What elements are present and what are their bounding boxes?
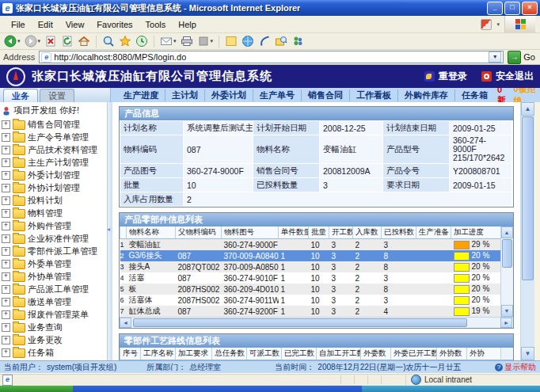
tab-settings[interactable]: 设置 bbox=[40, 89, 74, 102]
expand-icon[interactable]: + bbox=[2, 158, 10, 167]
expand-icon[interactable]: + bbox=[2, 133, 10, 142]
scroll-down-icon[interactable]: ▼ bbox=[501, 360, 513, 360]
logout-button[interactable]: 安全退出 bbox=[481, 70, 534, 83]
column-header[interactable]: 序号 bbox=[120, 348, 141, 360]
top-menu-item[interactable]: 外购件库存 bbox=[397, 89, 454, 101]
scroll-thumb[interactable] bbox=[502, 239, 512, 268]
media-button[interactable] bbox=[258, 35, 271, 48]
tree-folder-item[interactable]: + 零部件派工单管理 bbox=[0, 245, 107, 257]
tree-folder-item[interactable]: + 投料计划 bbox=[0, 194, 107, 207]
tree-folder-item[interactable]: + 物料管理 bbox=[0, 207, 107, 219]
column-header[interactable]: 批量 bbox=[309, 226, 329, 239]
table-row[interactable]: 1总装按图组装10205300 bbox=[120, 360, 500, 361]
tree-folder-item[interactable]: + 外协单管理 bbox=[0, 270, 107, 283]
menu-item[interactable]: Help bbox=[172, 18, 203, 31]
scroll-left-icon[interactable]: ◄ bbox=[120, 318, 131, 328]
expand-icon[interactable]: + bbox=[2, 184, 10, 192]
address-dropdown-icon[interactable]: ▼ bbox=[489, 51, 501, 63]
column-header[interactable]: 物料名称 bbox=[127, 226, 176, 239]
tree-folder-item[interactable]: + 生产令号单管理 bbox=[0, 131, 107, 143]
expand-icon[interactable]: + bbox=[2, 272, 10, 281]
expand-icon[interactable]: + bbox=[2, 222, 10, 230]
scroll-down-icon[interactable]: ▼ bbox=[521, 347, 534, 360]
expand-icon[interactable]: + bbox=[2, 336, 10, 344]
start-button[interactable] bbox=[0, 386, 73, 392]
addon-dropdown-icon[interactable]: ▾ bbox=[496, 21, 500, 28]
column-header[interactable]: 入库数 bbox=[353, 226, 382, 239]
top-menu-item[interactable]: 销售合同 bbox=[301, 89, 349, 101]
scroll-right-icon[interactable]: ► bbox=[500, 318, 512, 328]
column-header[interactable]: 物料图号 bbox=[222, 226, 279, 239]
menu-item[interactable]: Edit bbox=[32, 18, 59, 31]
expand-icon[interactable]: + bbox=[2, 247, 10, 256]
sidebar-splitter[interactable]: ◂ bbox=[108, 102, 112, 360]
scroll-down-icon[interactable]: ▼ bbox=[501, 305, 513, 317]
taskbar-window-button[interactable] bbox=[362, 386, 540, 392]
top-menu-item[interactable]: 生产进度 bbox=[117, 89, 165, 101]
parts-vertical-scrollbar[interactable]: ▲▼ bbox=[500, 226, 513, 317]
mail-button[interactable]: ▾ bbox=[160, 35, 177, 48]
page-vertical-scrollbar[interactable]: ▲ ▼ bbox=[520, 102, 534, 360]
parts-horizontal-scrollbar[interactable]: ◄► bbox=[120, 317, 513, 328]
tree-folder-item[interactable]: + 产品技术资料管理 bbox=[0, 143, 107, 156]
table-row[interactable]: 7缸体总成087360-274-9200F11032419 % bbox=[120, 306, 500, 317]
refresh-button[interactable] bbox=[61, 35, 74, 48]
scroll-thumb[interactable] bbox=[522, 116, 534, 280]
notes-button[interactable] bbox=[225, 35, 238, 48]
column-header[interactable]: 加工要求 bbox=[176, 348, 212, 360]
menu-item[interactable]: View bbox=[59, 18, 91, 31]
column-header[interactable]: 父物料编码 bbox=[176, 226, 222, 239]
expand-icon[interactable]: + bbox=[2, 120, 10, 129]
tree-folder-item[interactable]: + 任务箱 bbox=[0, 346, 107, 359]
column-header[interactable]: 已投料数 bbox=[382, 226, 416, 239]
table-row[interactable]: 3接头A2087QT002370-009-A085011032820 % bbox=[120, 261, 500, 272]
tree-folder-item[interactable]: + 外购件管理 bbox=[0, 219, 107, 232]
stop-button[interactable] bbox=[44, 35, 57, 48]
show-help-link[interactable]: ?显示帮助 bbox=[495, 362, 536, 373]
column-header[interactable] bbox=[120, 226, 127, 239]
top-menu-item[interactable]: 生产单号 bbox=[253, 89, 301, 101]
column-header[interactable]: 单件数量 bbox=[279, 226, 309, 239]
menu-item[interactable]: File bbox=[5, 18, 32, 31]
column-header[interactable]: 工序名称 bbox=[141, 348, 176, 360]
expand-icon[interactable]: + bbox=[2, 323, 10, 332]
research-button[interactable] bbox=[275, 35, 287, 48]
tree-folder-item[interactable]: + 外委单管理 bbox=[0, 257, 107, 270]
column-header[interactable]: 自加工开工数 bbox=[317, 348, 361, 360]
tree-folder-item[interactable]: + 业务查询 bbox=[0, 321, 107, 333]
go-button[interactable]: → Go bbox=[508, 51, 537, 64]
route-vertical-scrollbar[interactable]: ▼ bbox=[500, 348, 513, 360]
expand-icon[interactable]: + bbox=[2, 285, 10, 294]
expand-icon[interactable]: + bbox=[2, 209, 10, 218]
column-header[interactable]: 可派工数 bbox=[247, 348, 282, 360]
column-header[interactable]: 总任务数 bbox=[212, 348, 247, 360]
tree-folder-item[interactable]: + 销售合同管理 bbox=[0, 118, 107, 131]
tree-folder-item[interactable]: + 缴送单管理 bbox=[0, 295, 107, 308]
column-header[interactable]: 加工进度 bbox=[451, 226, 500, 239]
top-menu-item[interactable]: 工作看板 bbox=[349, 89, 397, 101]
tree-folder-item[interactable]: + 业务更改 bbox=[0, 333, 107, 346]
tree-folder-item[interactable]: + 主生产计划管理 bbox=[0, 156, 107, 169]
table-row[interactable]: 6活塞体2087HS002360-274-9011W11032320 % bbox=[120, 295, 500, 306]
ie-globe-button[interactable] bbox=[241, 35, 254, 48]
address-input[interactable]: e http://localhost:8080/MPS/login.do ▼ bbox=[39, 51, 504, 63]
table-row[interactable]: 5板2087HS002360-209-4D01011032820 % bbox=[120, 284, 500, 295]
expand-icon[interactable]: + bbox=[2, 146, 10, 154]
tree-folder-item[interactable]: + 外协计划管理 bbox=[0, 181, 107, 194]
tree-folder-item[interactable]: + 产品派工单管理 bbox=[0, 283, 107, 295]
relogin-button[interactable]: 重登录 bbox=[424, 70, 467, 83]
forward-button[interactable]: ▾ bbox=[25, 35, 41, 48]
column-header[interactable]: 外协 bbox=[467, 348, 500, 360]
maximize-button[interactable]: □ bbox=[504, 2, 520, 15]
print-button[interactable] bbox=[181, 35, 193, 48]
column-header[interactable]: 外委数 bbox=[361, 348, 391, 360]
expand-icon[interactable]: + bbox=[2, 310, 10, 319]
menu-item[interactable]: Favorites bbox=[90, 18, 139, 31]
history-button[interactable] bbox=[135, 35, 148, 48]
home-button[interactable] bbox=[78, 35, 90, 48]
minimize-button[interactable]: _ bbox=[487, 2, 503, 15]
favorites-button[interactable] bbox=[119, 35, 131, 48]
top-menu-item[interactable]: 主计划 bbox=[165, 89, 204, 101]
addon-icon[interactable] bbox=[481, 19, 492, 30]
table-row[interactable]: 2G3/6接头087370-009-A084011032820 % bbox=[120, 250, 500, 261]
